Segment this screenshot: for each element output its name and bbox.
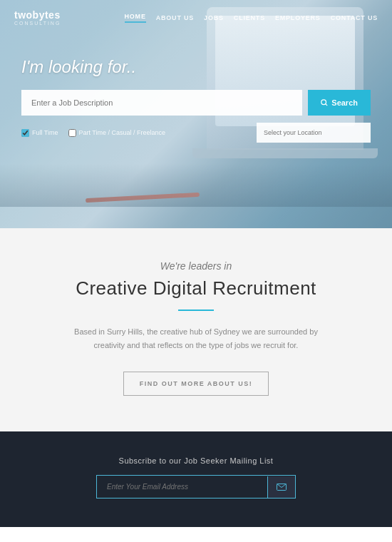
nav-clients[interactable]: CLIENTS	[234, 14, 265, 21]
search-bar: Search	[21, 90, 371, 116]
logo-secondary: consulting	[14, 21, 61, 26]
search-button[interactable]: Search	[308, 90, 371, 116]
bottom-section: Subscribe to our Job Seeker Mailing List	[0, 431, 392, 527]
subtitle-italic: We're leaders in	[36, 260, 356, 272]
filter-row: Full Time Part Time / Casual / Freelance	[21, 123, 371, 143]
email-input[interactable]	[97, 476, 267, 498]
nav-links: HOME ABOUT US JOBS CLIENTS EMPLOYERS CON…	[125, 13, 378, 23]
email-subscribe-row	[96, 475, 296, 498]
envelope-icon	[277, 484, 287, 491]
svg-line-1	[326, 104, 328, 106]
subscribe-title: Subscribe to our Job Seeker Mailing List	[14, 456, 378, 465]
svg-point-0	[321, 100, 326, 105]
fulltime-checkbox[interactable]	[21, 129, 29, 137]
email-submit-button[interactable]	[267, 476, 295, 498]
search-button-label: Search	[331, 98, 358, 107]
logo-primary: twobytes	[14, 10, 61, 20]
search-icon	[321, 99, 328, 106]
search-input[interactable]	[21, 90, 302, 116]
parttime-checkbox[interactable]	[68, 129, 76, 137]
hero-section: twobytes consulting HOME ABOUT US JOBS C…	[0, 0, 392, 228]
main-heading: Creative Digital Recruitment	[36, 277, 356, 300]
nav-jobs[interactable]: JOBS	[204, 14, 224, 21]
description-text: Based in Surry Hills, the creative hub o…	[68, 325, 324, 352]
logo[interactable]: twobytes consulting	[14, 10, 61, 26]
fulltime-label: Full Time	[32, 129, 58, 136]
parttime-filter[interactable]: Part Time / Casual / Freelance	[68, 129, 166, 137]
nav-home[interactable]: HOME	[125, 13, 146, 23]
location-input[interactable]	[257, 123, 371, 143]
find-out-button[interactable]: FIND OUT MORE ABOUT US!	[123, 372, 269, 396]
blue-divider	[178, 310, 214, 311]
nav-about[interactable]: ABOUT US	[156, 14, 194, 21]
parttime-label: Part Time / Casual / Freelance	[79, 129, 166, 136]
nav-employers[interactable]: EMPLOYERS	[275, 14, 321, 21]
navbar: twobytes consulting HOME ABOUT US JOBS C…	[0, 0, 392, 36]
hero-tagline: I'm looking for..	[21, 57, 371, 77]
hero-content: I'm looking for.. Search Full Time Part …	[21, 57, 371, 143]
middle-section: We're leaders in Creative Digital Recrui…	[0, 228, 392, 431]
laptop-base	[192, 148, 378, 158]
fulltime-filter[interactable]: Full Time	[21, 129, 58, 137]
foreground-blur	[0, 164, 392, 207]
nav-contact[interactable]: CONTACT US	[331, 14, 378, 21]
